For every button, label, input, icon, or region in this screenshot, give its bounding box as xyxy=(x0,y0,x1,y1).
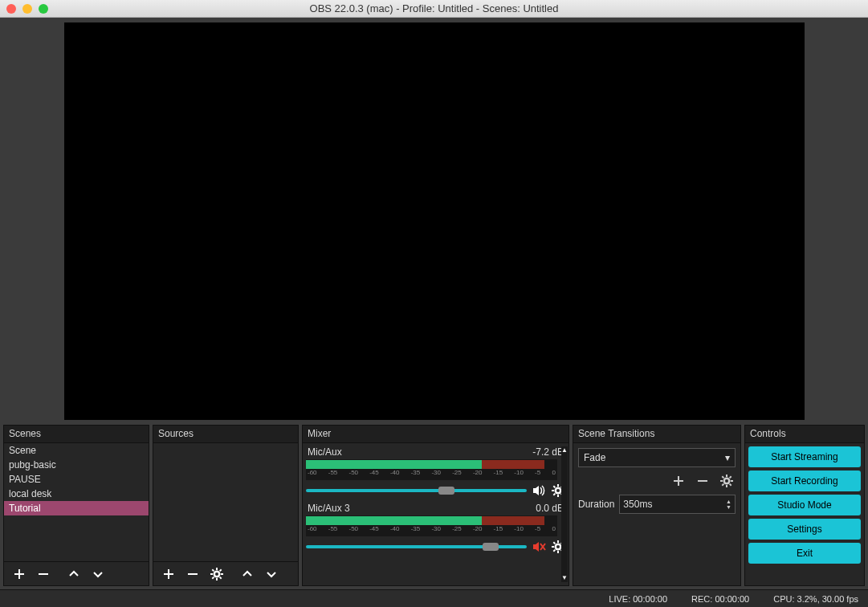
scene-item[interactable]: pubg-basic xyxy=(4,458,149,472)
speaker-muted-icon[interactable] xyxy=(532,540,546,554)
svg-point-3 xyxy=(556,489,560,492)
scene-item[interactable]: Tutorial xyxy=(4,501,149,515)
start-recording-button[interactable]: Start Recording xyxy=(748,471,861,491)
duration-value: 350ms xyxy=(623,499,652,510)
mixer-track-name: Mic/Aux 3 xyxy=(308,503,350,514)
mixer-track-db: -7.2 dB xyxy=(532,446,564,458)
mixer-scrollbar[interactable]: ▲▼ xyxy=(561,446,568,582)
transition-selected: Fade xyxy=(584,452,605,463)
mixer-panel: Mixer Mic/Aux -7.2 dB xyxy=(302,425,569,586)
mixer-track: Mic/Aux -7.2 dB -60-55-50-45-40-35-30-25… xyxy=(306,446,565,499)
sources-header: Sources xyxy=(153,426,298,443)
studio-mode-button[interactable]: Studio Mode xyxy=(748,495,861,515)
transitions-header: Scene Transitions xyxy=(573,426,740,443)
preview-canvas[interactable] xyxy=(64,22,805,420)
mixer-level-meter: -60-55-50-45-40-35-30-25-20-15-10-50 xyxy=(306,459,557,480)
volume-slider[interactable] xyxy=(306,545,527,548)
settings-button[interactable]: Settings xyxy=(748,519,861,540)
spinner-down-icon[interactable]: ▼ xyxy=(726,504,731,510)
move-scene-up-button[interactable] xyxy=(62,563,86,585)
status-rec: REC: 00:00:00 xyxy=(691,594,749,604)
svg-point-7 xyxy=(725,479,728,483)
scene-list: Scene pubg-basic PAUSE local desk Tutori… xyxy=(4,443,149,515)
transition-select[interactable]: Fade ▾ xyxy=(578,448,736,467)
scenes-header: Scenes xyxy=(4,426,149,443)
mixer-header: Mixer xyxy=(303,426,568,443)
svg-point-5 xyxy=(556,545,560,548)
start-streaming-button[interactable]: Start Streaming xyxy=(748,446,861,467)
remove-transition-button[interactable] xyxy=(695,474,710,488)
scenes-panel: Scenes Scene pubg-basic PAUSE local desk… xyxy=(3,425,149,586)
move-source-down-button[interactable] xyxy=(259,563,283,585)
mixer-track: Mic/Aux 3 0.0 dB -60-55-50-45-40-35-30-2… xyxy=(306,503,565,556)
add-transition-button[interactable] xyxy=(671,474,686,488)
remove-source-button[interactable] xyxy=(181,563,205,585)
volume-slider[interactable] xyxy=(306,489,527,492)
sources-panel: Sources xyxy=(153,425,299,586)
controls-panel: Controls Start Streaming Start Recording… xyxy=(744,425,865,586)
transitions-panel: Scene Transitions Fade ▾ Duration xyxy=(573,425,741,586)
status-live: LIVE: 00:00:00 xyxy=(609,594,667,604)
titlebar: OBS 22.0.3 (mac) - Profile: Untitled - S… xyxy=(0,0,868,18)
mixer-track-name: Mic/Aux xyxy=(308,446,342,458)
chevron-down-icon: ▾ xyxy=(725,452,730,463)
mixer-track-db: 0.0 dB xyxy=(536,503,564,514)
transition-properties-button[interactable] xyxy=(719,474,734,488)
duration-spinner[interactable]: 350ms ▲ ▼ xyxy=(619,495,736,514)
move-scene-down-button[interactable] xyxy=(86,563,110,585)
duration-label: Duration xyxy=(578,499,614,510)
add-scene-button[interactable] xyxy=(7,563,31,585)
speaker-icon[interactable] xyxy=(532,483,546,498)
preview-area xyxy=(0,18,868,425)
remove-scene-button[interactable] xyxy=(31,563,55,585)
move-source-up-button[interactable] xyxy=(235,563,259,585)
exit-button[interactable]: Exit xyxy=(748,543,861,564)
add-source-button[interactable] xyxy=(157,563,181,585)
sources-list[interactable] xyxy=(153,443,298,561)
status-cpu: CPU: 3.2%, 30.00 fps xyxy=(773,594,858,604)
source-properties-button[interactable] xyxy=(205,563,229,585)
spinner-up-icon[interactable]: ▲ xyxy=(726,499,731,504)
statusbar: LIVE: 00:00:00 REC: 00:00:00 CPU: 3.2%, … xyxy=(0,589,868,607)
controls-header: Controls xyxy=(745,426,864,443)
scene-item[interactable]: Scene xyxy=(4,443,149,458)
window-title: OBS 22.0.3 (mac) - Profile: Untitled - S… xyxy=(6,2,862,14)
mixer-level-meter: -60-55-50-45-40-35-30-25-20-15-10-50 xyxy=(306,515,557,536)
scene-item[interactable]: PAUSE xyxy=(4,472,149,487)
scene-item[interactable]: local desk xyxy=(4,487,149,501)
svg-point-1 xyxy=(215,572,218,576)
